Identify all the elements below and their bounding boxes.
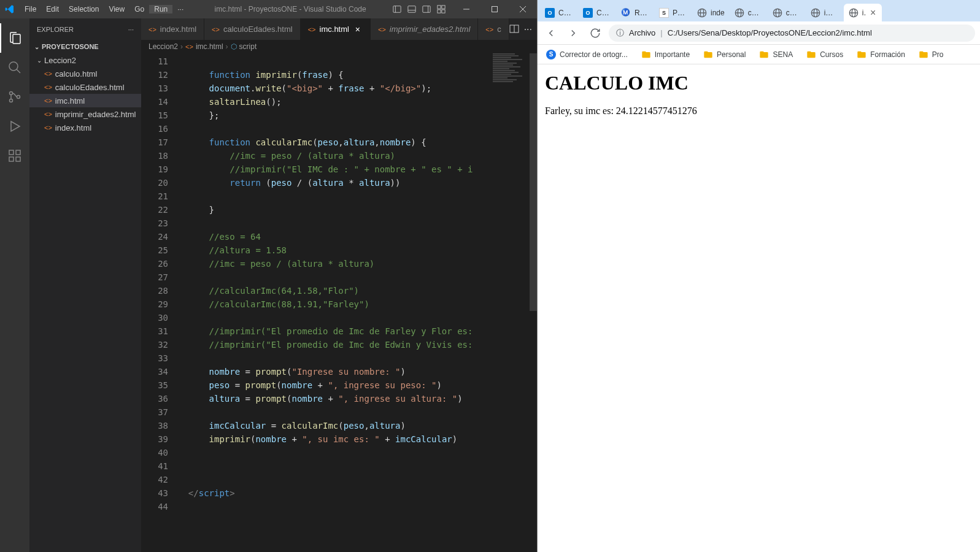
folder-icon xyxy=(806,50,816,59)
html-file-icon: <> xyxy=(44,70,52,77)
svg-point-17 xyxy=(10,99,13,102)
info-icon[interactable]: ⓘ xyxy=(616,28,624,39)
layout-panel-bottom-icon[interactable] xyxy=(407,4,417,14)
file-item[interactable]: <>imprimir_edades2.html xyxy=(29,107,141,121)
page-content: CALCULO IMC Farley, su imc es: 24.122145… xyxy=(538,64,980,552)
bookmark-favicon-icon: S xyxy=(546,50,556,59)
scrollbar[interactable] xyxy=(530,53,537,311)
editor-tab[interactable]: <>index.html xyxy=(141,18,204,40)
close-tab-icon[interactable]: × xyxy=(353,25,363,34)
tab-actions: ··· xyxy=(509,24,537,35)
layout-customize-icon[interactable] xyxy=(436,4,446,14)
minimap[interactable] xyxy=(493,53,530,164)
file-item[interactable]: <>index.html xyxy=(29,121,141,134)
favicon-icon xyxy=(697,8,707,18)
url-text: C:/Users/Sena/Desktop/ProyectosONE/Lecci… xyxy=(668,28,872,37)
html-file-icon: <> xyxy=(308,26,316,33)
layout-panel-right-icon[interactable] xyxy=(422,4,431,14)
browser-tab[interactable]: OCorre xyxy=(578,4,616,21)
browser-tab[interactable]: Ⓜ️Recib xyxy=(616,4,654,21)
file-item[interactable]: <>calculo.html xyxy=(29,67,141,80)
browser-tab[interactable]: calcu xyxy=(730,4,768,21)
menu-run[interactable]: Run xyxy=(149,5,172,13)
breadcrumb[interactable]: Leccion2 › <> imc.html › ⬡ script xyxy=(141,40,537,53)
breadcrumb-item[interactable]: Leccion2 xyxy=(149,42,178,51)
run-debug-activity-icon[interactable] xyxy=(0,112,29,141)
svg-rect-4 xyxy=(423,6,430,13)
project-header[interactable]: ⌄ PROYECTOSONE xyxy=(29,40,141,53)
menu-···[interactable]: ··· xyxy=(172,5,188,13)
search-activity-icon[interactable] xyxy=(0,53,29,82)
explorer-activity-icon[interactable] xyxy=(0,23,29,53)
extensions-activity-icon[interactable] xyxy=(0,141,29,171)
svg-rect-6 xyxy=(438,6,441,9)
svg-point-14 xyxy=(9,62,18,71)
html-file-icon: <> xyxy=(185,43,193,50)
close-tab-icon[interactable]: × xyxy=(870,7,877,18)
page-text: Farley, su imc es: 24.12214577451276 xyxy=(545,105,973,117)
html-file-icon: <> xyxy=(44,124,52,131)
url-prefix: Archivo xyxy=(629,28,655,37)
layout-panel-left-icon[interactable] xyxy=(392,4,402,14)
forward-button[interactable] xyxy=(565,25,582,42)
more-icon[interactable]: ··· xyxy=(128,26,134,33)
bookmark-item[interactable]: Personal xyxy=(700,47,749,62)
menu-edit[interactable]: Edit xyxy=(41,5,64,13)
source-control-activity-icon[interactable] xyxy=(0,82,29,112)
file-name: imc.html xyxy=(55,96,85,105)
bookmark-label: Cursos xyxy=(820,50,843,59)
close-button[interactable] xyxy=(509,0,537,18)
breadcrumb-item[interactable]: script xyxy=(239,42,257,51)
editor-tab[interactable]: <>imprimir_edades2.html xyxy=(371,18,478,40)
svg-line-15 xyxy=(17,69,20,73)
editor-tab[interactable]: <>calculoEdades.html xyxy=(204,18,301,40)
svg-marker-19 xyxy=(11,121,20,131)
browser-tab[interactable]: calcu xyxy=(768,4,806,21)
code-content[interactable]: function imprimir(frase) { document.writ… xyxy=(178,53,537,552)
address-bar[interactable]: ⓘ Archivo | C:/Users/Sena/Desktop/Proyec… xyxy=(609,25,975,42)
menu-view[interactable]: View xyxy=(104,5,129,13)
svg-rect-0 xyxy=(393,6,401,13)
bookmark-item[interactable]: SENA xyxy=(755,47,797,62)
bookmark-label: Importante xyxy=(655,50,690,59)
bookmark-item[interactable]: Pro xyxy=(915,47,947,62)
split-editor-icon[interactable] xyxy=(509,24,519,35)
bookmark-item[interactable]: SCorrector de ortogr... xyxy=(542,47,631,62)
reload-button[interactable] xyxy=(587,25,604,42)
browser-tab[interactable]: impri xyxy=(806,4,844,21)
tab-label: index.html xyxy=(160,25,196,34)
back-button[interactable] xyxy=(542,25,560,42)
tab-label: c xyxy=(497,25,501,34)
menu-file[interactable]: File xyxy=(20,5,41,13)
chevron-down-icon: ⌄ xyxy=(32,44,42,50)
svg-rect-9 xyxy=(442,10,445,13)
browser-tabs: OCorreOCorreⓂ️RecibSPortaindecalcucalcui… xyxy=(538,0,980,21)
file-item[interactable]: <>imc.html xyxy=(29,94,141,107)
browser-tab[interactable]: in× xyxy=(844,4,882,21)
file-item[interactable]: <>calculoEdades.html xyxy=(29,80,141,94)
file-name: calculo.html xyxy=(55,69,98,79)
browser-tab[interactable]: inde xyxy=(692,4,730,21)
tab-title: calcu xyxy=(786,9,801,17)
bookmarks-bar: SCorrector de ortogr...ImportantePersona… xyxy=(538,45,980,64)
more-actions-icon[interactable]: ··· xyxy=(524,24,532,35)
editor-tab[interactable]: <>imc.html× xyxy=(301,18,371,40)
bookmark-item[interactable]: Cursos xyxy=(803,47,847,62)
maximize-button[interactable] xyxy=(480,0,509,18)
breadcrumb-item[interactable]: imc.html xyxy=(196,42,223,51)
menu-go[interactable]: Go xyxy=(129,5,149,13)
svg-rect-22 xyxy=(16,157,20,161)
bookmark-item[interactable]: Formación xyxy=(853,47,909,62)
minimize-button[interactable] xyxy=(452,0,480,18)
folder-item[interactable]: ⌄ Leccion2 xyxy=(29,53,141,67)
bookmark-item[interactable]: Importante xyxy=(638,47,693,62)
browser-toolbar: ⓘ Archivo | C:/Users/Sena/Desktop/Proyec… xyxy=(538,21,980,45)
symbol-icon: ⬡ xyxy=(231,42,237,51)
chevron-down-icon: ⌄ xyxy=(34,57,44,64)
browser-tab[interactable]: OCorre xyxy=(540,4,578,21)
browser-tab[interactable]: SPorta xyxy=(654,4,692,21)
code-editor[interactable]: 1112131415161718192021222324252627282930… xyxy=(141,53,537,552)
menu-selection[interactable]: Selection xyxy=(64,5,104,13)
editor-tab[interactable]: <>c xyxy=(478,18,509,40)
tab-title: Recib xyxy=(635,9,649,17)
